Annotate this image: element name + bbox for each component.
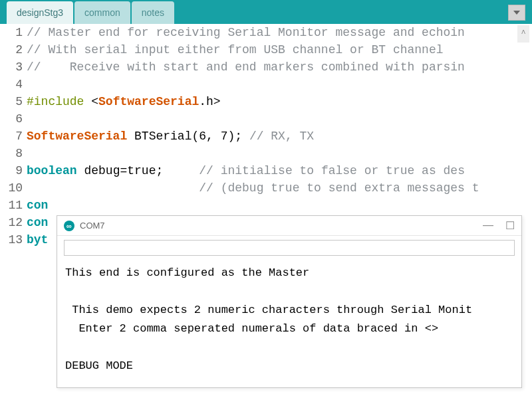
serial-title: COM7 — [80, 221, 105, 231]
code-line[interactable]: con — [27, 197, 532, 214]
tab-bar: designStg3 common notes — [0, 0, 532, 24]
code-line[interactable]: #include <SoftwareSerial.h> — [27, 93, 532, 110]
line-number: 8 — [0, 145, 23, 162]
line-number: 3 — [0, 58, 23, 76]
code-line[interactable] — [27, 145, 532, 162]
tab-designstg3[interactable]: designStg3 — [7, 1, 73, 24]
line-number: 13 — [0, 231, 23, 248]
maximize-button[interactable]: ☐ — [505, 219, 515, 232]
code-line[interactable]: // Receive with start and end markers co… — [27, 58, 532, 76]
scroll-up-button[interactable]: ^ — [517, 25, 529, 43]
code-line[interactable] — [27, 110, 532, 128]
serial-monitor-window: ∞ COM7 — ☐ This end is configured as the… — [57, 215, 522, 388]
line-number: 9 — [0, 162, 23, 179]
line-number: 7 — [0, 128, 23, 145]
serial-input[interactable] — [64, 240, 515, 256]
line-number: 5 — [0, 93, 23, 110]
arduino-icon: ∞ — [64, 221, 74, 231]
line-number: 6 — [0, 110, 23, 128]
tab-notes[interactable]: notes — [132, 1, 174, 24]
chevron-down-icon — [513, 11, 520, 15]
serial-output: This end is configured as the Master Thi… — [57, 260, 521, 379]
line-number: 4 — [0, 76, 23, 93]
line-number: 12 — [0, 214, 23, 231]
code-line[interactable]: // Master end for receiving Serial Monit… — [27, 24, 532, 41]
line-number: 2 — [0, 41, 23, 58]
line-number-gutter: 12345678910111213 — [0, 24, 27, 394]
minimize-button[interactable]: — — [483, 219, 493, 232]
serial-titlebar[interactable]: ∞ COM7 — ☐ — [57, 216, 521, 236]
line-number: 1 — [0, 24, 23, 41]
line-number: 10 — [0, 179, 23, 197]
code-line[interactable] — [27, 76, 532, 93]
tab-common[interactable]: common — [74, 1, 130, 24]
tab-menu-dropdown[interactable] — [508, 5, 525, 21]
code-line[interactable]: boolean debug=true; // initialise to fal… — [27, 162, 532, 179]
code-line[interactable]: SoftwareSerial BTSerial(6, 7); // RX, TX — [27, 128, 532, 145]
line-number: 11 — [0, 197, 23, 214]
code-line[interactable]: // (debug true to send extra messages t — [27, 179, 532, 197]
code-line[interactable]: // With serial input either from USB cha… — [27, 41, 532, 58]
